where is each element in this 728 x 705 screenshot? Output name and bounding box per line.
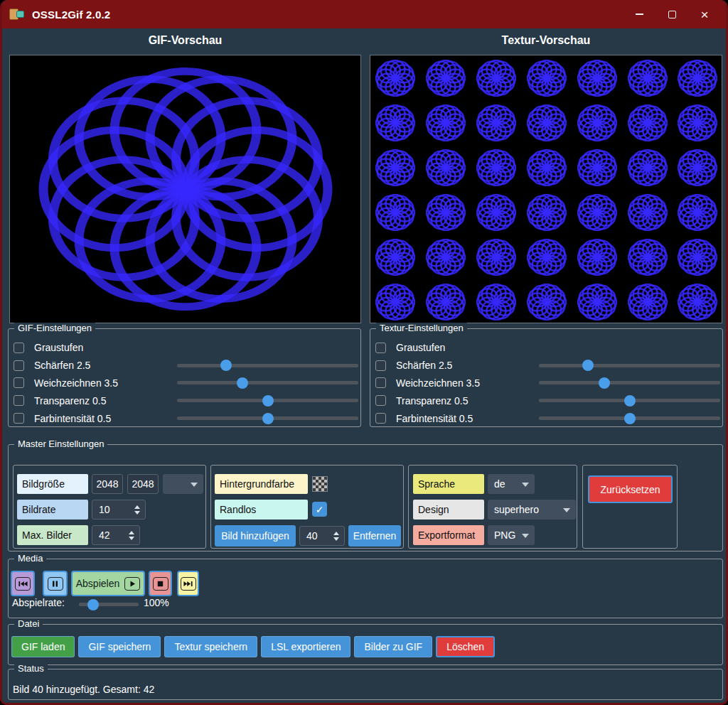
spinner-arrows-icon[interactable] — [134, 500, 140, 519]
bildgroesse-width-field[interactable]: 2048 — [92, 474, 123, 494]
slider-handle[interactable] — [262, 395, 274, 407]
spinner-arrows-icon[interactable] — [333, 527, 339, 545]
gif-speichern-button[interactable]: GIF speichern — [78, 636, 161, 657]
randlos-checkbox[interactable]: ✓ — [312, 502, 327, 517]
max-bilder-value: 42 — [99, 529, 110, 541]
setting-slider[interactable] — [539, 399, 720, 402]
setting-label: Graustufen — [34, 342, 83, 353]
pause-button[interactable] — [43, 571, 68, 596]
skip-end-button[interactable] — [177, 571, 199, 596]
lsl-exportieren-button[interactable]: LSL exportieren — [261, 636, 350, 657]
chevron-down-icon — [522, 483, 529, 487]
gif-laden-button[interactable]: GIF laden — [11, 636, 75, 657]
setting-checkbox[interactable] — [375, 343, 386, 353]
texture-tile — [673, 55, 722, 100]
exportformat-dropdown[interactable]: PNG — [488, 525, 535, 545]
background-color-swatch[interactable] — [312, 476, 328, 492]
gif-settings-rows: GraustufenSchärfen 2.5Weichzeichnen 3.5T… — [9, 339, 360, 427]
texture-tile — [673, 235, 722, 279]
gif-settings-legend: GIF-Einstellungen — [14, 323, 95, 333]
abspielrate-slider[interactable] — [79, 603, 139, 606]
settings-row: Farbintensität 0.5 — [370, 409, 722, 427]
texture-settings-rows: GraustufenSchärfen 2.5Weichzeichnen 3.5T… — [370, 339, 722, 427]
texture-tile — [673, 145, 722, 190]
texture-tile — [370, 145, 421, 190]
bildgroesse-preset-dropdown[interactable] — [163, 474, 203, 494]
texture-tile — [522, 55, 572, 100]
spinner-arrows-icon[interactable] — [129, 526, 134, 544]
texture-tile — [622, 55, 673, 100]
media-legend: Media — [14, 553, 46, 564]
slider-handle[interactable] — [624, 413, 636, 424]
settings-row: Transparenz 0.5 — [370, 392, 722, 409]
master-reset-subgroup: Zurücksetzen — [582, 465, 678, 549]
texture-tile — [522, 279, 572, 323]
setting-label: Schärfen 2.5 — [396, 360, 452, 371]
slider-handle[interactable] — [582, 360, 594, 371]
slider-handle[interactable] — [624, 395, 636, 407]
setting-checkbox[interactable] — [375, 413, 386, 424]
setting-checkbox[interactable] — [14, 377, 24, 388]
setting-checkbox[interactable] — [14, 343, 24, 353]
entfernen-button[interactable]: Entfernen — [348, 525, 401, 547]
texture-tile — [370, 100, 421, 145]
texture-tile — [471, 235, 522, 279]
status-text: Bild 40 hinzugefügt. Gesamt: 42 — [13, 684, 154, 695]
setting-checkbox[interactable] — [14, 360, 24, 371]
bild-hinzufuegen-button[interactable]: Bild hinzufügen — [215, 525, 296, 547]
setting-slider[interactable] — [539, 364, 720, 367]
settings-row: Weichzeichnen 3.5 — [9, 375, 360, 392]
slider-handle[interactable] — [220, 360, 232, 371]
slider-handle[interactable] — [237, 377, 248, 389]
skip-start-button[interactable] — [11, 571, 35, 596]
master-image-subgroup: Hintergrundfarbe Randlos ✓ Bild hinzufüg… — [210, 465, 404, 549]
bild-index-spinner[interactable]: 40 — [299, 526, 345, 546]
textur-speichern-button[interactable]: Textur speichern — [164, 636, 257, 657]
texture-tile — [471, 145, 522, 190]
max-bilder-spinner[interactable]: 42 — [92, 525, 140, 545]
setting-slider[interactable] — [177, 381, 358, 384]
slider-handle[interactable] — [599, 377, 610, 389]
setting-checkbox[interactable] — [375, 360, 386, 371]
l-schen-button[interactable]: Löschen — [436, 636, 495, 657]
texture-tile — [522, 190, 572, 235]
bildrate-spinner[interactable]: 10 — [92, 500, 146, 520]
setting-checkbox[interactable] — [14, 395, 24, 406]
texture-tile — [572, 55, 622, 100]
texture-tile — [622, 100, 673, 145]
sprache-dropdown[interactable]: de — [488, 474, 535, 494]
play-button[interactable]: Abspielen — [71, 571, 145, 596]
bildgroesse-height-field[interactable]: 2048 — [127, 474, 159, 494]
sprache-value: de — [494, 478, 505, 490]
setting-slider[interactable] — [539, 381, 720, 384]
setting-checkbox[interactable] — [14, 413, 24, 424]
master-size-subgroup: Bildgröße 2048 2048 Bildrate 10 Max. Bil… — [13, 465, 206, 549]
maximize-button[interactable] — [655, 0, 688, 28]
bilder-zu-gif-button[interactable]: Bilder zu GIF — [354, 636, 432, 657]
texture-tile — [673, 279, 722, 323]
texture-tile — [622, 190, 673, 235]
setting-slider[interactable] — [539, 416, 720, 420]
slider-handle[interactable] — [262, 413, 274, 424]
setting-slider[interactable] — [177, 416, 358, 420]
pause-icon — [48, 577, 63, 591]
texture-tile — [471, 100, 522, 145]
stop-icon — [153, 577, 168, 591]
setting-checkbox[interactable] — [375, 377, 386, 388]
setting-label: Weichzeichnen 3.5 — [34, 377, 118, 389]
zuruecksetzen-button[interactable]: Zurücksetzen — [588, 475, 673, 503]
design-dropdown[interactable]: superhero — [488, 500, 576, 520]
master-settings-legend: Master Einstellungen — [14, 438, 107, 449]
design-label: Design — [413, 500, 484, 520]
setting-checkbox[interactable] — [375, 395, 386, 406]
close-button[interactable]: × — [688, 0, 721, 28]
setting-label: Graustufen — [396, 342, 445, 353]
abspielrate-slider-handle[interactable] — [87, 599, 99, 610]
app-window: OSSL2Gif 2.0.2 × GIF-Vorschau Textur-Vor… — [0, 0, 728, 705]
minimize-button[interactable] — [623, 0, 655, 28]
setting-slider[interactable] — [177, 399, 358, 402]
stop-button[interactable] — [149, 571, 172, 596]
setting-slider[interactable] — [177, 364, 358, 367]
gif-spirograph-image — [36, 65, 335, 313]
setting-label: Schärfen 2.5 — [34, 360, 90, 371]
